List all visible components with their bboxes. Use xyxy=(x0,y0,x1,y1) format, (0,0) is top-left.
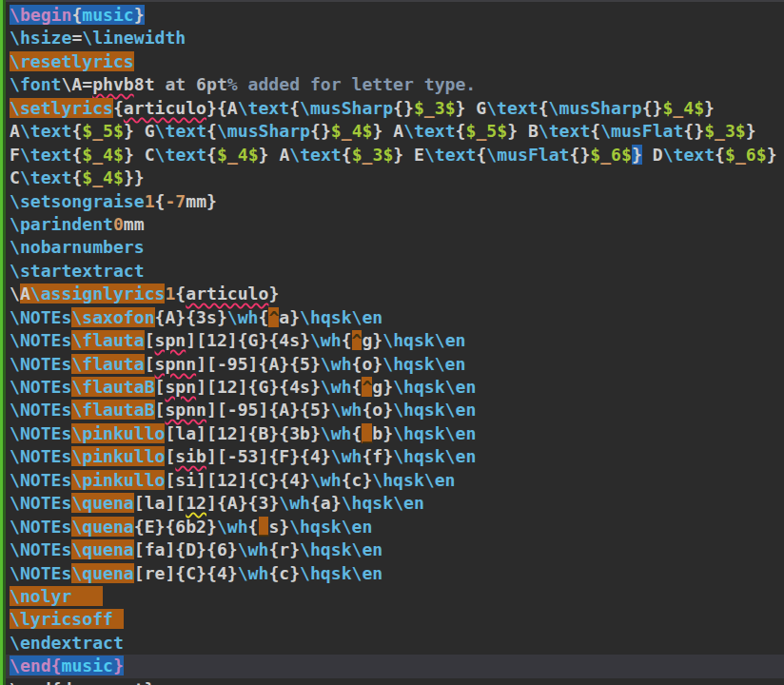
code-token: $ xyxy=(694,98,704,118)
code-line-11[interactable]: \nobarnumbers xyxy=(10,236,784,259)
code-token: \hqsk xyxy=(393,377,444,397)
code-token: { xyxy=(539,98,549,118)
code-token: ^ xyxy=(362,377,372,397)
code-token: [ xyxy=(145,330,155,350)
code-token: $ xyxy=(704,121,715,141)
code-line-13[interactable]: \A\assignlyrics1{articulo} xyxy=(10,283,784,305)
code-line-23[interactable]: \NOTEs\quena{E}{6b2}\wh{_s}\hqsk\en xyxy=(10,516,784,538)
code-token: [ xyxy=(165,446,175,466)
code-token: {c} xyxy=(268,563,300,583)
code-line-7[interactable]: F\text{$_4$} C\text{$_4$} A\text{$_3$} E… xyxy=(10,144,784,166)
code-token: document xyxy=(61,679,144,685)
code-token: spn xyxy=(155,330,186,350)
code-token: 5 xyxy=(486,121,497,141)
code-line-15[interactable]: \NOTEs\flauta[spn][12]{G}{4s}\wh{^g}\hqs… xyxy=(10,329,784,352)
code-token: $ xyxy=(497,121,507,141)
code-token: \NOTEs xyxy=(10,400,71,420)
code-token: }} xyxy=(124,167,145,187)
code-line-4[interactable]: \font\A=phvb8t at 6pt% added for letter … xyxy=(10,73,784,96)
code-line-5[interactable]: \setlyrics{articulo}{A\text{\musSharp{}$… xyxy=(10,97,784,120)
code-token: \musSharp xyxy=(300,98,393,118)
code-token: \begin xyxy=(10,5,71,25)
code-token: \en xyxy=(424,470,456,490)
code-line-25[interactable]: \NOTEs\quena[re]{C}{4}\wh{c}\hqsk\en xyxy=(10,562,784,585)
code-line-9[interactable]: \setsongraise1{-7mm} xyxy=(10,190,784,213)
code-line-28[interactable]: \endextract xyxy=(10,632,784,655)
code-token: \saxofon xyxy=(71,307,154,327)
code-token: $ xyxy=(621,145,632,165)
code-token: 4 xyxy=(103,167,113,187)
code-token: { xyxy=(289,98,300,118)
code-token: \en xyxy=(342,517,373,537)
code-token: { xyxy=(71,121,82,141)
code-line-6[interactable]: A\text{$_5$} G\text{\musSharp{}$_4$} A\t… xyxy=(10,120,784,143)
code-token: } B xyxy=(507,121,539,141)
code-token: } xyxy=(632,145,642,165)
code-line-24[interactable]: \NOTEs\quena[fa]{D}{6}\wh{r}\hqsk\en xyxy=(10,538,784,561)
code-token: 4 xyxy=(103,145,113,165)
code-line-2[interactable]: \hsize=\linewidth xyxy=(10,27,784,49)
code-line-19[interactable]: \NOTEs\pinkullo[la][12]{B}{3b}\wh{_b}\hq… xyxy=(10,422,784,445)
code-line-1[interactable]: \begin{music} xyxy=(10,4,784,27)
code-line-14[interactable]: \NOTEs\saxofon{A}{3s}\wh{^a}\hqsk\en xyxy=(10,306,784,329)
code-line-17[interactable]: \NOTEs\flautaB[spn][12]{G}{4s}\wh{^g}\hq… xyxy=(10,376,784,399)
code-token: $ xyxy=(725,145,735,165)
code-line-29[interactable]: \end{music} xyxy=(10,655,784,677)
code-token: [si][12]{C}{4} xyxy=(165,470,310,490)
code-token: { xyxy=(456,121,466,141)
code-token: } A xyxy=(259,145,290,165)
code-token: \musFlat xyxy=(486,145,569,165)
code-line-12[interactable]: \startextract xyxy=(10,260,784,283)
code-token: g} xyxy=(362,330,382,350)
code-token: F xyxy=(10,145,20,165)
code-token: _ xyxy=(363,145,373,165)
code-token: $ xyxy=(217,145,227,165)
code-token: } G xyxy=(456,98,487,118)
code-token: \NOTEs xyxy=(10,470,71,490)
code-area[interactable]: \begin{music}\hsize=\linewidth\resetlyri… xyxy=(10,4,784,685)
code-line-18[interactable]: \NOTEs\flautaB[spnn][-95]{A}{5}\wh{o}\hq… xyxy=(10,399,784,421)
code-line-22[interactable]: \NOTEs\quena[la][12]{A}{3}\wh{a}\hqsk\en xyxy=(10,492,784,515)
code-token: { xyxy=(248,517,259,537)
code-line-26[interactable]: \nolyr xyxy=(10,585,784,608)
code-token: a} xyxy=(279,307,300,327)
code-token: spnn xyxy=(165,400,206,420)
code-token: {o} xyxy=(362,400,393,420)
code-token: ][-95]{A}{5} xyxy=(206,400,331,420)
code-line-10[interactable]: \parindent0mm xyxy=(10,213,784,236)
code-token: \end xyxy=(10,656,51,675)
code-token: } xyxy=(268,284,279,303)
code-token: { xyxy=(175,284,186,303)
code-token: _ xyxy=(92,167,103,187)
code-token: sib xyxy=(175,446,206,466)
code-token: { xyxy=(342,330,352,350)
code-token: {f} xyxy=(362,446,393,466)
code-token: \en xyxy=(393,493,424,513)
code-line-3[interactable]: \resetlyrics xyxy=(10,50,784,73)
code-token: $ xyxy=(82,121,92,141)
code-line-27[interactable]: \lyricsoff xyxy=(10,608,784,631)
code-token: \wh xyxy=(321,423,352,443)
code-token: \wh xyxy=(238,563,269,583)
code-token: }{A xyxy=(206,98,238,118)
code-line-20[interactable]: \NOTEs\pinkullo[sib][-53]{F}{4}\wh{f}\hq… xyxy=(10,445,784,468)
code-token: \hqsk xyxy=(393,446,444,466)
code-token: { xyxy=(476,145,486,165)
code-token: \musSharp xyxy=(549,98,642,118)
code-line-30[interactable]: \end{document} xyxy=(10,678,784,685)
code-token: = xyxy=(71,28,82,48)
code-token: music xyxy=(61,656,112,675)
code-token: \hqsk xyxy=(393,423,444,443)
code-token: ][12]{G}{4s} xyxy=(186,330,310,350)
code-token: \text xyxy=(155,121,206,141)
code-token: } xyxy=(134,5,145,25)
code-line-16[interactable]: \NOTEs\flauta[spnn][-95]{A}{5}\wh{o}\hqs… xyxy=(10,353,784,376)
code-token: ][-95]{A}{5} xyxy=(196,354,321,374)
code-line-8[interactable]: C\text{$_4$}} xyxy=(10,166,784,189)
code-line-21[interactable]: \NOTEs\pinkullo[si][12]{C}{4}\wh{c}\hqsk… xyxy=(10,469,784,492)
code-token: {c} xyxy=(342,470,373,490)
code-token: $ xyxy=(82,145,92,165)
code-token: D xyxy=(642,145,663,165)
code-token: _ xyxy=(715,121,725,141)
code-token: \text xyxy=(663,145,715,165)
